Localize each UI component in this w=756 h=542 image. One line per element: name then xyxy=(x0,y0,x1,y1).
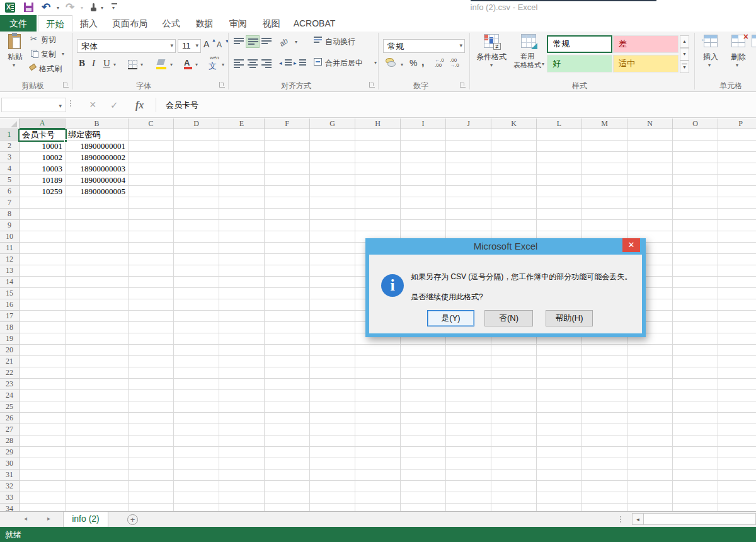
row-header-12[interactable]: 12 xyxy=(0,254,20,265)
no-button[interactable]: 否(N) xyxy=(484,310,533,326)
font-name-combo[interactable]: 宋体▾ xyxy=(77,39,176,53)
column-header-A[interactable]: A xyxy=(20,118,66,129)
orientation-dropdown-icon[interactable]: ▾ xyxy=(295,40,297,45)
column-header-B[interactable]: B xyxy=(66,118,129,129)
tab-scroll-splitter[interactable] xyxy=(620,516,622,524)
accounting-dropdown-icon[interactable]: ▾ xyxy=(401,62,403,67)
tab-file[interactable]: 文件 xyxy=(0,15,37,32)
increase-font-button[interactable]: A▲ xyxy=(203,39,215,52)
row-header-9[interactable]: 9 xyxy=(0,220,20,231)
row-header-10[interactable]: 10 xyxy=(0,231,20,243)
hscroll-left-arrow[interactable]: ◂ xyxy=(632,513,644,525)
cell-B3[interactable]: 18900000002 xyxy=(66,152,128,163)
sheet-nav-right-icon[interactable]: ▸ xyxy=(47,515,50,522)
row-header-24[interactable]: 24 xyxy=(0,390,20,401)
row-header-13[interactable]: 13 xyxy=(0,265,20,277)
row-header-30[interactable]: 30 xyxy=(0,458,20,470)
row-header-19[interactable]: 19 xyxy=(0,333,20,345)
borders-icon[interactable] xyxy=(128,60,137,69)
name-box[interactable]: ▾ xyxy=(1,98,66,112)
qat-customize-icon[interactable] xyxy=(112,3,117,4)
row-header-7[interactable]: 7 xyxy=(0,197,20,209)
row-header-33[interactable]: 33 xyxy=(0,492,20,504)
sheet-tab-active[interactable]: info (2) xyxy=(63,512,108,527)
cancel-formula-icon[interactable]: × xyxy=(89,98,96,112)
cell-style-差[interactable]: 差 xyxy=(613,35,679,53)
cell-B6[interactable]: 18900000005 xyxy=(66,186,128,197)
tab-页面布局[interactable]: 页面布局 xyxy=(105,15,154,32)
copy-button[interactable]: 复制 ▾ xyxy=(30,49,74,60)
cell-B2[interactable]: 18900000001 xyxy=(66,141,128,152)
column-header-F[interactable]: F xyxy=(265,118,310,129)
cell-A2[interactable]: 10001 xyxy=(20,141,65,152)
tab-acrobat[interactable]: ACROBAT xyxy=(288,15,341,32)
bold-button[interactable]: B xyxy=(79,58,89,71)
row-header-15[interactable]: 15 xyxy=(0,288,20,299)
row-header-21[interactable]: 21 xyxy=(0,356,20,367)
column-header-I[interactable]: I xyxy=(401,118,446,129)
undo-dropdown-icon[interactable]: ▾ xyxy=(57,6,59,11)
cell-style-适中[interactable]: 适中 xyxy=(613,55,679,72)
insert-function-icon[interactable]: fx xyxy=(135,98,144,112)
column-header-N[interactable]: N xyxy=(627,118,673,129)
qat-customize-arrow-icon[interactable]: ▾ xyxy=(112,6,115,11)
column-header-O[interactable]: O xyxy=(673,118,718,129)
row-header-8[interactable]: 8 xyxy=(0,209,20,220)
delete-cells-button[interactable]: × 删除 ▾ xyxy=(726,34,751,74)
italic-button[interactable]: I xyxy=(92,58,100,71)
row-header-28[interactable]: 28 xyxy=(0,435,20,447)
align-top-button[interactable] xyxy=(232,35,246,48)
insert-cells-button[interactable]: ← 插入 ▾ xyxy=(698,34,723,74)
row-header-4[interactable]: 4 xyxy=(0,163,20,175)
decrease-indent-button[interactable]: ◂ xyxy=(279,58,292,68)
cell-A6[interactable]: 10259 xyxy=(20,186,65,197)
cell-B4[interactable]: 18900000003 xyxy=(66,163,128,175)
align-bottom-button[interactable] xyxy=(260,35,273,48)
paste-button[interactable]: 粘贴 ▾ xyxy=(3,34,28,74)
row-header-5[interactable]: 5 xyxy=(0,175,20,186)
align-middle-button[interactable] xyxy=(246,35,260,48)
fill-handle[interactable] xyxy=(64,139,67,142)
clipboard-dialog-launcher[interactable] xyxy=(63,82,69,88)
column-header-E[interactable]: E xyxy=(219,118,265,129)
merge-center-button[interactable]: 合并后居中 ▾ xyxy=(314,57,379,69)
row-header-22[interactable]: 22 xyxy=(0,367,20,379)
font-color-icon[interactable]: A xyxy=(184,58,193,69)
decrease-font-button[interactable]: A▼ xyxy=(217,40,228,53)
help-button[interactable]: 帮助(H) xyxy=(546,310,593,326)
hscroll-thumb[interactable] xyxy=(643,513,756,525)
number-format-combo[interactable]: 常规▾ xyxy=(383,39,465,53)
redo-icon[interactable]: ↷ xyxy=(66,1,74,14)
styles-gallery-expand-icon[interactable]: ​▼ xyxy=(680,61,689,73)
row-header-32[interactable]: 32 xyxy=(0,481,20,492)
tab-插入[interactable]: 插入 xyxy=(72,15,105,32)
underline-dropdown-icon[interactable]: ▾ xyxy=(113,62,116,67)
touch-mode-icon[interactable] xyxy=(90,3,98,12)
increase-indent-button[interactable]: ▸ xyxy=(294,58,306,68)
decrease-decimal-button[interactable]: .00→.0 xyxy=(450,58,464,68)
cell-A4[interactable]: 10003 xyxy=(20,163,65,175)
cell-style-好[interactable]: 好 xyxy=(547,55,612,72)
format-painter-button[interactable]: 格式刷 xyxy=(29,63,73,74)
cell-A5[interactable]: 10189 xyxy=(20,175,65,186)
row-header-34[interactable]: 34 xyxy=(0,504,20,511)
row-header-17[interactable]: 17 xyxy=(0,311,20,322)
row-header-18[interactable]: 18 xyxy=(0,322,20,333)
select-all-corner[interactable] xyxy=(0,118,20,129)
tab-审阅[interactable]: 审阅 xyxy=(221,15,255,32)
phonetic-dropdown-icon[interactable]: ▾ xyxy=(222,62,224,67)
column-header-L[interactable]: L xyxy=(537,118,582,129)
format-as-table-button[interactable]: 套用 表格格式 ▾ xyxy=(512,34,546,74)
increase-decimal-button[interactable]: ←.0.00 xyxy=(435,58,449,68)
alignment-dialog-launcher[interactable] xyxy=(369,82,375,88)
column-header-C[interactable]: C xyxy=(129,118,174,129)
column-header-G[interactable]: G xyxy=(310,118,355,129)
comma-style-button[interactable]: , xyxy=(421,57,424,68)
underline-button[interactable]: U xyxy=(103,58,111,71)
row-header-29[interactable]: 29 xyxy=(0,447,20,458)
align-right-button[interactable] xyxy=(260,57,273,69)
cell-A3[interactable]: 10002 xyxy=(20,152,65,163)
phonetic-guide-icon[interactable]: wén 文 xyxy=(208,57,220,70)
column-header-D[interactable]: D xyxy=(174,118,219,129)
column-header-P[interactable]: P xyxy=(718,118,756,129)
